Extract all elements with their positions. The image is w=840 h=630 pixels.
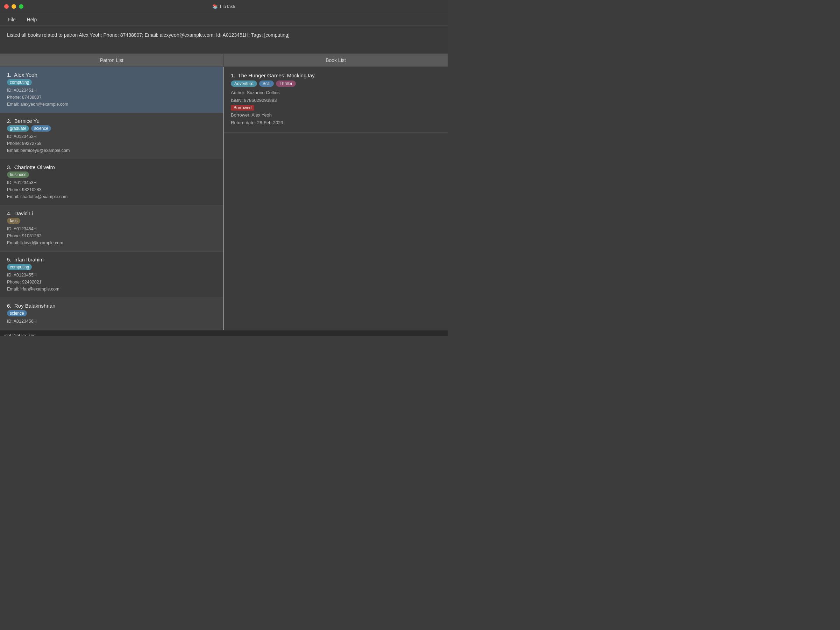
patron-name: 4. David Li (7, 211, 216, 216)
lists-container: 1. Alex Yeoh computing ID: A0123451HPhon… (0, 67, 448, 330)
patron-item[interactable]: 1. Alex Yeoh computing ID: A0123451HPhon… (0, 67, 223, 113)
patron-tags: science (7, 310, 216, 317)
patron-tags: business (7, 171, 216, 178)
patron-id: ID: A0123455H (7, 272, 216, 279)
menu-file[interactable]: File (6, 16, 18, 24)
patron-tags: fass (7, 218, 216, 224)
patron-phone: Phone: 92492021 (7, 279, 216, 286)
patron-id: ID: A0123451H (7, 87, 216, 94)
book-list: 1. The Hunger Games: MockingJay Adventur… (224, 67, 448, 330)
patron-tag: graduate (7, 125, 29, 131)
patron-list-header: Patron List (0, 54, 224, 66)
patron-list[interactable]: 1. Alex Yeoh computing ID: A0123451HPhon… (0, 67, 224, 330)
book-tag: Scifi (259, 81, 274, 87)
maximize-button[interactable] (19, 4, 24, 9)
book-borrower: Borrower: Alex Yeoh (231, 111, 441, 119)
minimize-button[interactable] (11, 4, 16, 9)
patron-tag: science (7, 310, 27, 317)
patron-tags: computing (7, 79, 216, 85)
patron-id: ID: A0123452H (7, 133, 216, 140)
patron-name: 2. Bernice Yu (7, 118, 216, 124)
app-icon: 📚 (212, 4, 218, 9)
file-path: /data/libtask.json (4, 333, 35, 336)
patron-tag: business (7, 171, 29, 178)
patron-email: Email: irfan@example.com (7, 286, 216, 293)
book-tag: Adventure (231, 81, 257, 87)
patron-email: Email: lidavid@example.com (7, 239, 216, 246)
bottom-bar: /data/libtask.json (0, 330, 448, 336)
columns-header: Patron List Book List (0, 54, 448, 67)
patron-id: ID: A0123454H (7, 225, 216, 233)
patron-name: 5. Irfan Ibrahim (7, 256, 216, 263)
menubar: File Help (0, 13, 448, 26)
status-message: Listed all books related to patron Alex … (7, 32, 441, 39)
patron-phone: Phone: 91031282 (7, 233, 216, 239)
book-title: 1. The Hunger Games: MockingJay (231, 73, 441, 78)
close-button[interactable] (4, 4, 9, 9)
patron-tag: computing (7, 264, 32, 270)
patron-name: 6. Roy Balakrishnan (7, 303, 216, 309)
patron-name: 3. Charlotte Oliveiro (7, 164, 216, 170)
status-bar: Listed all books related to patron Alex … (0, 26, 448, 54)
patron-email: Email: berniceyu@example.com (7, 147, 216, 154)
patron-tag: fass (7, 218, 20, 224)
patron-id: ID: A0123453H (7, 179, 216, 186)
patron-name: 1. Alex Yeoh (7, 72, 216, 78)
book-isbn: ISBN: 9786029293883 (231, 97, 441, 104)
book-return-date: Return date: 28-Feb-2023 (231, 119, 441, 127)
patron-email: Email: charlotte@example.com (7, 193, 216, 200)
patron-email: Email: alexyeoh@example.com (7, 101, 216, 108)
patron-tag: science (31, 125, 51, 131)
patron-item[interactable]: 4. David Li fass ID: A0123454HPhone: 910… (0, 206, 223, 252)
patron-id: ID: A0123456H (7, 318, 216, 325)
app-title: 📚 LibTask (212, 4, 235, 9)
patron-item[interactable]: 3. Charlotte Oliveiro business ID: A0123… (0, 159, 223, 206)
book-list-header: Book List (224, 54, 448, 66)
book-item: 1. The Hunger Games: MockingJay Adventur… (224, 67, 448, 133)
book-status: Borrowed (231, 105, 254, 111)
patron-tags: graduatescience (7, 125, 216, 131)
menu-help[interactable]: Help (25, 16, 39, 24)
traffic-lights (4, 4, 24, 9)
patron-phone: Phone: 99272758 (7, 140, 216, 147)
book-author: Author: Suzanne Collins (231, 89, 441, 97)
titlebar: 📚 LibTask (0, 0, 448, 13)
columns-wrapper: Patron List Book List 1. Alex Yeoh compu… (0, 54, 448, 330)
patron-tag: computing (7, 79, 32, 85)
patron-tags: computing (7, 264, 216, 270)
patron-item[interactable]: 2. Bernice Yu graduatescience ID: A01234… (0, 113, 223, 159)
patron-phone: Phone: 87438807 (7, 94, 216, 101)
patron-item[interactable]: 6. Roy Balakrishnan science ID: A0123456… (0, 298, 223, 330)
book-tag: Thriller (276, 81, 296, 87)
patron-item[interactable]: 5. Irfan Ibrahim computing ID: A0123455H… (0, 252, 223, 298)
book-tags: AdventureScifiThriller (231, 81, 441, 87)
patron-phone: Phone: 93210283 (7, 186, 216, 193)
